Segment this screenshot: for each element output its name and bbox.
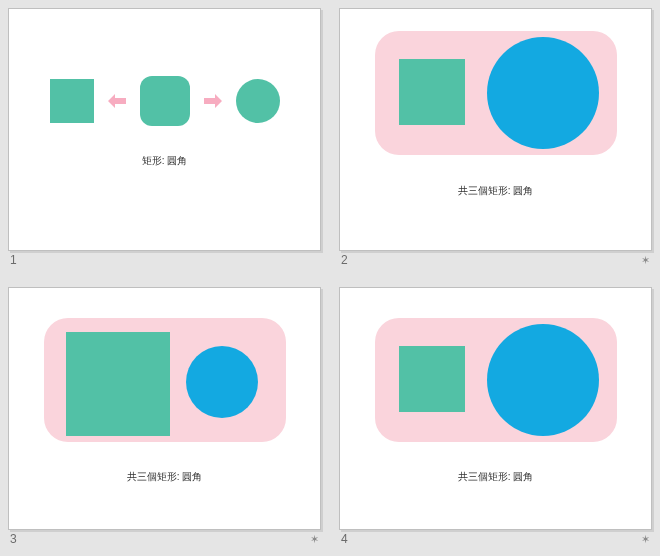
slide-number: 3 — [10, 532, 17, 546]
rounded-container-shape — [44, 318, 286, 442]
rounded-container-shape — [375, 31, 617, 155]
slide-thumbnail-2[interactable]: 共三個矩形: 圓角 — [339, 8, 652, 251]
circle-shape — [186, 346, 258, 418]
slide-caption: 共三個矩形: 圓角 — [458, 470, 534, 484]
slide-cell-1: 矩形: 圓角 1 — [8, 8, 321, 269]
slide-footer: 1 — [8, 251, 321, 269]
square-shape — [50, 79, 94, 123]
slide-caption: 共三個矩形: 圓角 — [458, 184, 534, 198]
slide-thumbnail-grid: 矩形: 圓角 1 共三個矩形: 圓角 2 ✶ 共三個矩形: 圓角 — [0, 0, 660, 556]
arrow-left-icon — [108, 94, 126, 108]
slide-footer: 4 ✶ — [339, 530, 652, 548]
slide-thumbnail-1[interactable]: 矩形: 圓角 — [8, 8, 321, 251]
transition-star-icon: ✶ — [310, 533, 319, 546]
slide-number: 1 — [10, 253, 17, 267]
slide-number: 4 — [341, 532, 348, 546]
rounded-container-shape — [375, 318, 617, 442]
slide-number: 2 — [341, 253, 348, 267]
circle-shape — [487, 324, 599, 436]
slide-cell-3: 共三個矩形: 圓角 3 ✶ — [8, 287, 321, 548]
circle-shape — [487, 37, 599, 149]
slide-caption: 共三個矩形: 圓角 — [127, 470, 203, 484]
slide-footer: 2 ✶ — [339, 251, 652, 269]
slide-thumbnail-3[interactable]: 共三個矩形: 圓角 — [8, 287, 321, 530]
morph-sequence — [50, 76, 280, 126]
arrow-right-icon — [204, 94, 222, 108]
slide-footer: 3 ✶ — [8, 530, 321, 548]
square-shape — [399, 346, 465, 412]
slide-thumbnail-4[interactable]: 共三個矩形: 圓角 — [339, 287, 652, 530]
rounded-rectangle-shape — [140, 76, 190, 126]
slide-cell-4: 共三個矩形: 圓角 4 ✶ — [339, 287, 652, 548]
circle-shape — [236, 79, 280, 123]
slide-caption: 矩形: 圓角 — [142, 154, 188, 168]
transition-star-icon: ✶ — [641, 254, 650, 267]
square-shape — [399, 59, 465, 125]
transition-star-icon: ✶ — [641, 533, 650, 546]
square-shape — [66, 332, 170, 436]
slide-cell-2: 共三個矩形: 圓角 2 ✶ — [339, 8, 652, 269]
